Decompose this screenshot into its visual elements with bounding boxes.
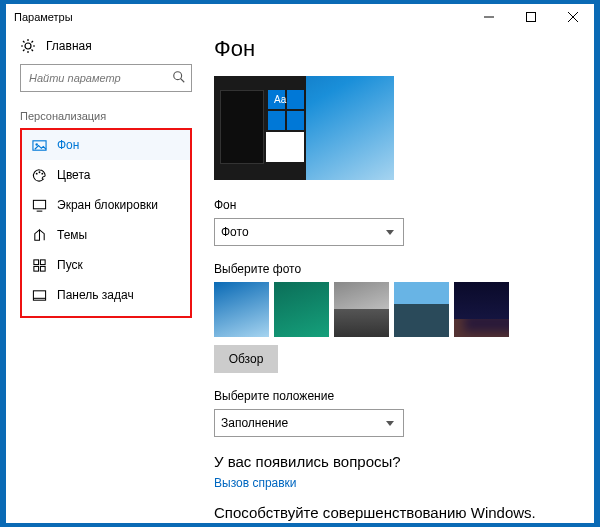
choose-photo-label: Выберите фото: [214, 262, 574, 276]
minimize-button[interactable]: [468, 4, 510, 30]
search-box[interactable]: [20, 64, 192, 92]
photo-thumb[interactable]: [454, 282, 509, 337]
close-button[interactable]: [552, 4, 594, 30]
svg-point-16: [35, 143, 37, 145]
taskbar-icon: [32, 288, 47, 303]
titlebar: Параметры: [6, 4, 594, 30]
maximize-icon: [526, 12, 536, 22]
close-icon: [568, 12, 578, 22]
background-type-select[interactable]: Фото: [214, 218, 404, 246]
photo-thumb[interactable]: [394, 282, 449, 337]
sidebar-item-background[interactable]: Фон: [22, 130, 190, 160]
svg-rect-25: [40, 266, 45, 271]
themes-icon: [32, 228, 47, 243]
svg-rect-1: [527, 13, 536, 22]
svg-line-9: [23, 41, 25, 43]
sidebar-item-lockscreen[interactable]: Экран блокировки: [22, 190, 190, 220]
svg-rect-20: [33, 200, 45, 208]
main-content: Фон Aa Фон Фото Выберите фото: [206, 30, 594, 523]
search-icon: [172, 70, 186, 84]
sidebar-item-label: Темы: [57, 228, 87, 242]
window-body: Главная Персонализация Фон Цвета Экра: [6, 30, 594, 523]
search-input[interactable]: [20, 64, 192, 92]
photo-thumb[interactable]: [334, 282, 389, 337]
sidebar-item-label: Фон: [57, 138, 79, 152]
page-title: Фон: [214, 36, 574, 62]
background-type-label: Фон: [214, 198, 574, 212]
sidebar-section-label: Персонализация: [20, 110, 192, 122]
palette-icon: [32, 168, 47, 183]
start-icon: [32, 258, 47, 273]
window-controls: [468, 4, 594, 30]
picture-icon: [32, 138, 47, 153]
svg-point-4: [25, 43, 31, 49]
browse-button[interactable]: Обзор: [214, 345, 278, 373]
sidebar-item-label: Пуск: [57, 258, 83, 272]
home-label: Главная: [46, 39, 92, 53]
sidebar-item-colors[interactable]: Цвета: [22, 160, 190, 190]
fit-combo[interactable]: Заполнение: [214, 409, 404, 437]
svg-rect-22: [34, 259, 39, 264]
lockscreen-icon: [32, 198, 47, 213]
sidebar-item-taskbar[interactable]: Панель задач: [22, 280, 190, 310]
svg-point-19: [41, 172, 43, 174]
svg-rect-24: [34, 266, 39, 271]
fit-label: Выберите положение: [214, 389, 574, 403]
svg-line-10: [32, 50, 34, 52]
maximize-button[interactable]: [510, 4, 552, 30]
svg-rect-23: [40, 259, 45, 264]
home-link[interactable]: Главная: [20, 38, 192, 54]
svg-point-17: [36, 172, 38, 174]
svg-line-12: [32, 41, 34, 43]
sidebar-item-label: Экран блокировки: [57, 198, 158, 212]
svg-line-11: [23, 50, 25, 52]
fit-select[interactable]: Заполнение: [214, 409, 404, 437]
sidebar-item-label: Панель задач: [57, 288, 134, 302]
background-type-combo[interactable]: Фото: [214, 218, 404, 246]
photo-thumb[interactable]: [274, 282, 329, 337]
window-title: Параметры: [14, 11, 73, 23]
desktop-preview: Aa: [214, 76, 394, 180]
photo-thumb[interactable]: [214, 282, 269, 337]
settings-window: Параметры Главная Персонализация: [5, 3, 595, 524]
svg-point-18: [39, 171, 41, 173]
svg-point-13: [174, 72, 182, 80]
gear-icon: [20, 38, 36, 54]
photo-thumbnails: [214, 282, 574, 337]
help-link[interactable]: Вызов справки: [214, 476, 574, 490]
svg-line-14: [181, 79, 185, 83]
sidebar-item-label: Цвета: [57, 168, 90, 182]
sidebar-nav-highlight: Фон Цвета Экран блокировки Темы Пуск: [20, 128, 192, 318]
feedback-heading: Способствуйте совершенствованию Windows.: [214, 504, 574, 521]
minimize-icon: [484, 12, 494, 22]
questions-heading: У вас появились вопросы?: [214, 453, 574, 470]
sidebar: Главная Персонализация Фон Цвета Экра: [6, 30, 206, 523]
sidebar-item-themes[interactable]: Темы: [22, 220, 190, 250]
sidebar-item-start[interactable]: Пуск: [22, 250, 190, 280]
